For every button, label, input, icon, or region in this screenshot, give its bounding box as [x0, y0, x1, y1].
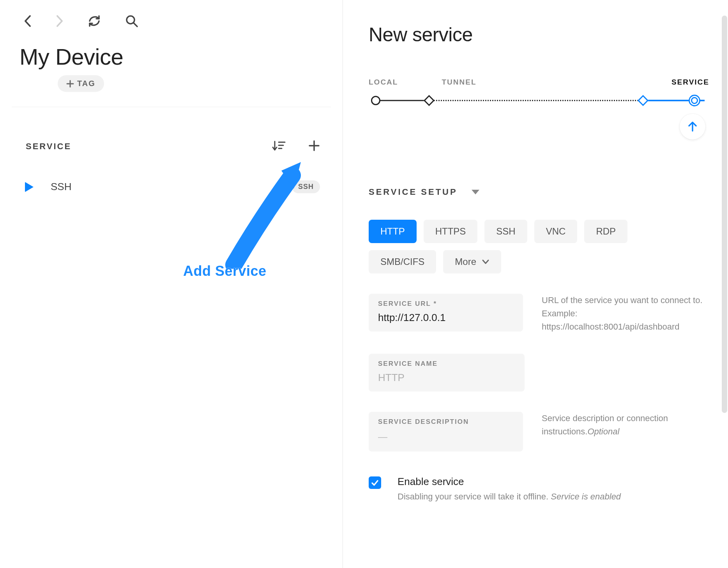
enable-service-subtitle: Disabling your service will take it offl…: [398, 492, 621, 502]
play-icon: [25, 182, 34, 192]
left-panel: My Device TAG SERVICE: [0, 0, 343, 568]
svg-line-1: [134, 23, 137, 26]
enable-service-row: Enable service Disabling your service wi…: [369, 476, 709, 502]
step-tunnel-node: [424, 95, 435, 106]
sort-button[interactable]: [272, 140, 286, 153]
nav-bar: [12, 11, 331, 44]
service-section-header: SERVICE: [12, 107, 331, 153]
caret-down-icon: [471, 189, 480, 195]
right-panel: New service LOCAL TUNNEL SERVICE SERVICE…: [343, 0, 728, 568]
service-url-helper: URL of the service you want to connect t…: [542, 294, 709, 333]
field-label: SERVICE DESCRIPTION: [378, 418, 514, 426]
service-item-ssh[interactable]: SSH SSH: [12, 153, 331, 193]
sort-icon: [272, 140, 286, 152]
search-icon: [125, 14, 139, 28]
plus-icon: [308, 140, 320, 152]
protocol-chip-smb[interactable]: SMB/CIFS: [369, 250, 436, 273]
chevron-right-icon: [55, 14, 64, 28]
protocol-chip-ssh[interactable]: SSH: [484, 220, 527, 243]
add-service-button[interactable]: [308, 140, 320, 153]
service-setup-toggle[interactable]: SERVICE SETUP: [369, 187, 709, 197]
progress-steps: LOCAL TUNNEL SERVICE: [369, 78, 709, 113]
svg-marker-12: [472, 190, 479, 194]
chevron-left-icon: [23, 14, 32, 28]
service-setup-label: SERVICE SETUP: [369, 187, 458, 197]
enable-service-checkbox[interactable]: [369, 476, 381, 489]
protocol-chip-rdp[interactable]: RDP: [584, 220, 627, 243]
check-icon: [371, 479, 379, 487]
arrow-up-icon: [687, 121, 698, 132]
chip-label: HTTPS: [435, 226, 466, 237]
chip-label: HTTP: [380, 226, 405, 237]
back-button[interactable]: [23, 14, 32, 28]
helper-optional: Optional: [587, 427, 619, 436]
field-label: SERVICE NAME: [378, 360, 515, 368]
chip-label: More: [455, 256, 476, 267]
service-item-name: SSH: [51, 181, 275, 193]
field-label: SERVICE URL *: [378, 300, 514, 308]
chip-label: RDP: [596, 226, 616, 237]
add-tag-button[interactable]: TAG: [58, 75, 104, 92]
step-local-label: LOCAL: [369, 78, 398, 86]
refresh-icon: [87, 14, 101, 28]
chevron-down-icon: [482, 259, 489, 265]
protocol-chip-vnc[interactable]: VNC: [534, 220, 578, 243]
refresh-button[interactable]: [87, 14, 101, 28]
enable-status: Service is enabled: [551, 492, 621, 501]
tag-label: TAG: [77, 79, 95, 88]
step-relay-node: [638, 95, 648, 106]
protocol-chip-https[interactable]: HTTPS: [424, 220, 478, 243]
scrollbar-thumb[interactable]: [722, 16, 727, 413]
enable-service-title: Enable service: [398, 476, 621, 488]
service-description-field[interactable]: SERVICE DESCRIPTION —: [369, 412, 523, 452]
search-button[interactable]: [125, 14, 139, 28]
service-url-field[interactable]: SERVICE URL *: [369, 294, 523, 332]
plus-icon: [66, 80, 74, 88]
device-title: My Device: [12, 44, 331, 70]
chip-label: SSH: [496, 226, 515, 237]
service-section-label: SERVICE: [26, 141, 71, 152]
protocol-chip-more[interactable]: More: [443, 250, 501, 273]
step-local-node: [371, 96, 380, 105]
step-service-label: SERVICE: [671, 78, 709, 86]
service-url-input[interactable]: [378, 312, 514, 324]
annotation-label: Add Service: [183, 263, 267, 279]
scrollbar[interactable]: [722, 16, 727, 552]
service-name-input[interactable]: [378, 372, 515, 384]
protocol-chip-group: HTTP HTTPS SSH VNC RDP SMB/CIFS More: [369, 220, 649, 273]
enable-subtitle-prefix: Disabling your service will take it offl…: [398, 492, 551, 501]
service-description-helper: Service description or connection instru…: [542, 412, 709, 438]
step-service-node: [689, 95, 700, 106]
chip-label: SMB/CIFS: [380, 256, 424, 267]
protocol-chip-http[interactable]: HTTP: [369, 220, 417, 243]
forward-button: [55, 14, 64, 28]
scroll-up-button[interactable]: [680, 114, 705, 139]
page-title: New service: [369, 23, 709, 46]
chip-label: VNC: [546, 226, 566, 237]
protocol-badge: SSH: [292, 180, 320, 193]
service-description-placeholder: —: [378, 431, 514, 442]
step-tunnel-label: TUNNEL: [442, 78, 476, 86]
service-name-field[interactable]: SERVICE NAME: [369, 354, 525, 392]
